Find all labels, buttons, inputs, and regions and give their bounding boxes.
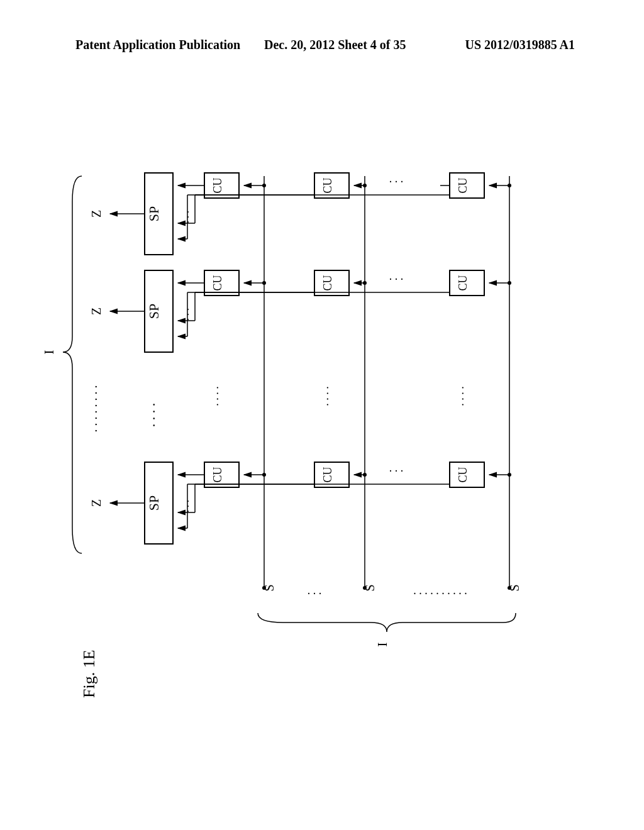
cu-label: CU	[321, 467, 334, 482]
ellipsis: · · ·	[389, 465, 404, 477]
cu-label: CU	[321, 177, 334, 193]
header-left: Patent Application Publication	[75, 38, 240, 52]
ellipsis: · · · ·	[457, 386, 469, 406]
cu-column: CU CU · · · · CU	[450, 173, 484, 487]
sp-block: SP	[145, 270, 173, 352]
sp-label: SP	[146, 304, 162, 319]
s-label: S	[508, 584, 521, 591]
header-mid: Dec. 20, 2012 Sheet 4 of 35	[264, 38, 406, 52]
s-label: S	[262, 584, 276, 591]
ellipsis: · · ·	[183, 308, 194, 321]
brace-bottom	[258, 613, 516, 632]
cu-column: CU CU · · · · CU	[204, 173, 239, 487]
z-label: Z	[89, 210, 103, 218]
sp-block: SP	[145, 173, 173, 255]
cu-label: CU	[457, 467, 469, 482]
ellipsis: · · ·	[389, 175, 404, 188]
header-right: US 2012/0319885 A1	[465, 38, 575, 52]
cu-label: CU	[321, 275, 334, 290]
i-label-bottom: I	[374, 642, 390, 646]
ellipsis: · · · ·	[146, 403, 162, 428]
diagram-svg: SP SP · · · · SP Z Z · · · · · · · · Z C…	[0, 75, 644, 830]
ellipsis: · · ·	[183, 211, 194, 223]
cu-label: CU	[457, 177, 469, 193]
cu-label: CU	[211, 467, 224, 482]
brace-left	[63, 176, 82, 553]
s-label: S	[363, 584, 377, 591]
ellipsis: · · · · · · · ·	[89, 385, 103, 433]
figure-label: Fig. 1E	[80, 650, 98, 698]
i-label-left: I	[41, 350, 57, 354]
z-label: Z	[89, 307, 103, 315]
ellipsis: · · ·	[308, 587, 322, 600]
patent-page: Patent Application Publication Dec. 20, …	[0, 0, 644, 830]
ellipsis: · · ·	[183, 500, 194, 512]
sp-label: SP	[146, 495, 162, 511]
z-label: Z	[89, 499, 103, 507]
cu-label: CU	[457, 275, 469, 290]
cu-label: CU	[211, 275, 224, 290]
sp-block: SP	[145, 462, 173, 544]
cu-column: CU CU · · · · CU	[314, 173, 349, 487]
ellipsis: · · ·	[389, 273, 404, 285]
ellipsis: · · · · · · · · · ·	[413, 587, 467, 600]
ellipsis: · · · ·	[211, 386, 224, 406]
cu-label: CU	[211, 177, 224, 193]
sp-label: SP	[146, 206, 162, 221]
ellipsis: · · · ·	[321, 386, 334, 406]
